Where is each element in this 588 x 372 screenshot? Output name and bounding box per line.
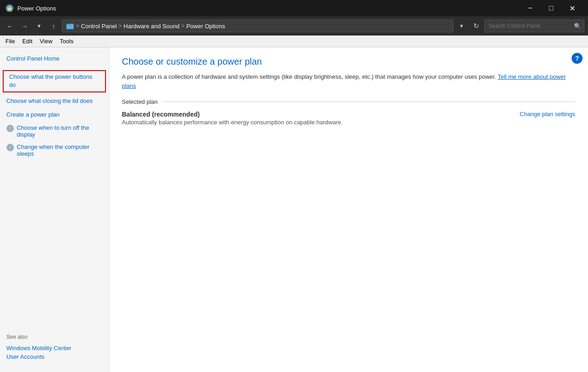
window-title: Power Options [17, 5, 56, 12]
plan-description: Automatically balances performance with … [122, 119, 343, 126]
window-controls: − □ ✕ [520, 0, 583, 16]
menu-view[interactable]: View [36, 36, 56, 46]
breadcrumb-sep-2: > [119, 23, 122, 29]
content-area: ? Choose or customize a power plan A pow… [109, 47, 588, 372]
menu-tools[interactable]: Tools [56, 36, 77, 46]
search-button[interactable]: 🔍 [571, 23, 584, 30]
sidebar-change-when-sleeps[interactable]: Change when the computer sleeps [0, 142, 109, 159]
search-input[interactable] [485, 23, 571, 29]
plan-name: Balanced (recommended) [122, 111, 343, 118]
selected-plan-section: Selected plan Balanced (recommended) Aut… [122, 98, 575, 126]
sidebar-create-power-plan[interactable]: Create a power plan [0, 109, 109, 121]
selected-plan-header: Selected plan [122, 98, 575, 105]
folder-icon [66, 22, 74, 30]
menu-bar: File Edit View Tools [0, 36, 588, 47]
sidebar-bottom-links: Windows Mobility Center User Accounts [0, 344, 109, 361]
plan-info: Balanced (recommended) Automatically bal… [122, 111, 343, 126]
selected-plan-label: Selected plan [122, 98, 158, 105]
sidebar-change-when-sleeps-label: Change when the computer sleeps [17, 143, 102, 157]
address-bar: ← → ▼ ↑ > Control Panel > Hardware and S… [0, 16, 588, 36]
search-box: 🔍 [484, 20, 584, 32]
menu-file[interactable]: File [2, 36, 19, 46]
app-icon [5, 4, 14, 12]
see-also-label: See also [0, 330, 109, 344]
refresh-button[interactable]: ↻ [470, 20, 482, 32]
sidebar-control-panel-home[interactable]: Control Panel Home [0, 53, 109, 65]
help-button[interactable]: ? [572, 53, 583, 64]
selected-plan-divider [162, 102, 575, 102]
maximize-button[interactable]: □ [541, 0, 562, 16]
sidebar-spacer [0, 159, 109, 330]
forward-button[interactable]: → [18, 20, 31, 32]
recent-locations-button[interactable]: ▼ [33, 20, 45, 32]
minimize-button[interactable]: − [520, 0, 541, 16]
breadcrumb-control-panel[interactable]: Control Panel [81, 23, 117, 30]
content-description: A power plan is a collection of hardware… [122, 72, 575, 90]
page-title: Choose or customize a power plan [122, 56, 575, 67]
main-layout: Control Panel Home Choose what the power… [0, 47, 588, 372]
sidebar-choose-turn-off-display-label: Choose when to turn off the display [17, 124, 102, 138]
breadcrumb-hardware-sound[interactable]: Hardware and Sound [124, 23, 180, 30]
title-bar-left: Power Options [5, 4, 56, 12]
sidebar-choose-closing-lid[interactable]: Choose what closing the lid does [0, 95, 109, 107]
change-plan-settings-link[interactable]: Change plan settings [520, 111, 575, 117]
up-button[interactable]: ↑ [47, 20, 60, 32]
breadcrumb-bar: > Control Panel > Hardware and Sound > P… [62, 20, 453, 32]
sidebar: Control Panel Home Choose what the power… [0, 47, 109, 372]
breadcrumb-dropdown-button[interactable]: ▼ [455, 20, 468, 32]
close-button[interactable]: ✕ [562, 0, 583, 16]
menu-edit[interactable]: Edit [19, 36, 36, 46]
content-desc-text: A power plan is a collection of hardware… [122, 73, 496, 80]
sidebar-choose-turn-off-display[interactable]: Choose when to turn off the display [0, 122, 109, 140]
plan-row: Balanced (recommended) Automatically bal… [122, 111, 575, 126]
breadcrumb-sep-1: > [76, 23, 79, 29]
breadcrumb-sep-3: > [181, 23, 185, 29]
display-icon [6, 124, 14, 132]
sidebar-user-accounts[interactable]: User Accounts [6, 352, 102, 361]
svg-rect-2 [66, 25, 74, 29]
back-button[interactable]: ← [4, 20, 16, 32]
sidebar-choose-power-buttons[interactable]: Choose what the power buttons do [3, 70, 106, 92]
title-bar: Power Options − □ ✕ [0, 0, 588, 16]
sleep-icon [6, 143, 14, 152]
breadcrumb-power-options[interactable]: Power Options [186, 23, 225, 30]
sidebar-windows-mobility-center[interactable]: Windows Mobility Center [6, 344, 102, 352]
